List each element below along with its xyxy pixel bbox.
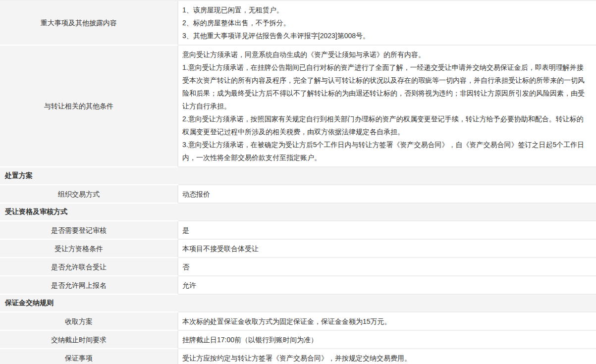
value-paragraph: 1.意向受让方须承诺，在挂牌公告期间已自行对标的资产进行了全面了解，一经递交受让… xyxy=(182,61,590,112)
value-paragraph: 挂牌截止日17:00前（以银行到账时间为准） xyxy=(182,335,318,344)
table-row: 收取方案 本次标的处置保证金收取方式为固定保证金，保证金金额为15万元。 xyxy=(0,312,596,331)
value-paragraph: 2、标的房屋整体出售，不予拆分。 xyxy=(182,16,590,29)
section-row: 受让资格及审核方式 xyxy=(0,204,596,221)
table-row: 是否需要登记审核 是 xyxy=(0,221,596,240)
row-value: 本次标的处置保证金收取方式为固定保证金，保证金金额为15万元。 xyxy=(178,312,596,331)
row-label: 是否需要登记审核 xyxy=(0,221,178,240)
table-row: 保证事项 受让方应按约定与转让方签署《资产交易合同》，并按规定交纳交易费用。 xyxy=(0,349,596,364)
section-filler xyxy=(178,167,596,185)
value-paragraph: 受让方应按约定与转让方签署《资产交易合同》，并按规定交纳交易费用。 xyxy=(182,354,411,363)
value-paragraph: 3.意向受让方须承诺，在被确定为受让方后5个工作日内与转让方签署《资产交易合同》… xyxy=(182,138,590,164)
row-value: 动态报价 xyxy=(178,185,596,204)
table-row: 是否允许联合受让 否 xyxy=(0,258,596,276)
value-paragraph: 动态报价 xyxy=(182,190,210,199)
section-filler xyxy=(178,295,596,312)
row-value: 受让方应按约定与转让方签署《资产交易合同》，并按规定交纳交易费用。 xyxy=(178,349,596,364)
row-value: 挂牌截止日17:00前（以银行到账时间为准） xyxy=(178,331,596,349)
value-paragraph: 是 xyxy=(182,226,189,235)
row-label: 保证事项 xyxy=(0,349,178,364)
value-paragraph: 3、其他重大事项详见评估报告鲁久丰评报字[2023]第008号。 xyxy=(182,29,590,42)
section-row: 处置方案 xyxy=(0,167,596,185)
value-paragraph: 意向受让方须承诺，同意系统自动生成的《资产受让须知与承诺》的所有内容。 xyxy=(182,48,590,61)
row-label: 组织交易方式 xyxy=(0,185,178,204)
section-row: 保证金交纳规则 xyxy=(0,295,596,312)
row-value: 本项目不接受联合体受让 xyxy=(178,240,596,258)
value-paragraph: 2.意向受让方须承诺，按照国家有关规定自行到相关部门办理标的资产的权属变更登记手… xyxy=(182,112,590,138)
row-value: 1、该房屋现已闲置，无租赁户。 2、标的房屋整体出售，不予拆分。 3、其他重大事… xyxy=(178,1,596,46)
row-label: 与转让相关的其他条件 xyxy=(0,46,178,167)
row-label: 交纳截止时间要求 xyxy=(0,331,178,349)
row-label: 重大事项及其他披露内容 xyxy=(0,1,178,46)
table-row: 组织交易方式 动态报价 xyxy=(0,185,596,204)
table-row: 受让方资格条件 本项目不接受联合体受让 xyxy=(0,240,596,258)
row-label: 是否允许网上报名 xyxy=(0,276,178,295)
section-title: 处置方案 xyxy=(0,167,178,185)
value-paragraph: 允许 xyxy=(182,281,196,290)
row-value: 意向受让方须承诺，同意系统自动生成的《资产受让须知与承诺》的所有内容。 1.意向… xyxy=(178,46,596,167)
row-label: 收取方案 xyxy=(0,312,178,331)
table-row: 与转让相关的其他条件 意向受让方须承诺，同意系统自动生成的《资产受让须知与承诺》… xyxy=(0,46,596,167)
table-row: 重大事项及其他披露内容 1、该房屋现已闲置，无租赁户。 2、标的房屋整体出售，不… xyxy=(0,1,596,46)
row-value: 允许 xyxy=(178,276,596,295)
value-paragraph: 本次标的处置保证金收取方式为固定保证金，保证金金额为15万元。 xyxy=(182,317,391,326)
row-label: 受让方资格条件 xyxy=(0,240,178,258)
section-title: 保证金交纳规则 xyxy=(0,295,178,312)
value-paragraph: 本项目不接受联合体受让 xyxy=(182,244,259,253)
asset-detail-table: 重大事项及其他披露内容 1、该房屋现已闲置，无租赁户。 2、标的房屋整体出售，不… xyxy=(0,0,596,364)
table-row: 是否允许网上报名 允许 xyxy=(0,276,596,295)
value-paragraph: 否 xyxy=(182,262,189,271)
row-value: 是 xyxy=(178,221,596,240)
section-title: 受让资格及审核方式 xyxy=(0,204,178,221)
section-filler xyxy=(178,204,596,221)
row-label: 是否允许联合受让 xyxy=(0,258,178,276)
table-row: 交纳截止时间要求 挂牌截止日17:00前（以银行到账时间为准） xyxy=(0,331,596,349)
row-value: 否 xyxy=(178,258,596,276)
value-paragraph: 1、该房屋现已闲置，无租赁户。 xyxy=(182,3,590,16)
